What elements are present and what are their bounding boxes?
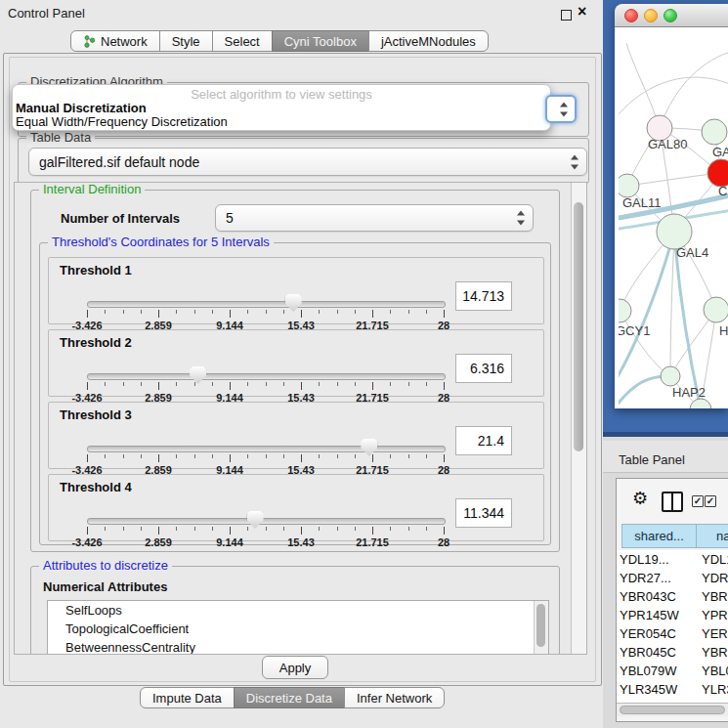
threshold-slider-3[interactable]: -3.4262.8599.14415.4321.71528: [87, 438, 445, 467]
slider-track: [87, 373, 446, 380]
checkbox-icon[interactable]: ✓: [705, 495, 716, 507]
network-canvas[interactable]: GAL80GACGAL11GAL4GCY1HHAP2: [615, 27, 728, 408]
slider-ticks: [87, 527, 444, 535]
panel-title: Control Panel: [8, 6, 85, 21]
cell-name: YBR0: [702, 645, 728, 660]
network-node-gal11[interactable]: [619, 174, 639, 197]
group-title: Table Data: [26, 131, 95, 145]
horizontal-scrollbar[interactable]: [617, 703, 728, 716]
slider-ticks: [87, 454, 444, 463]
table-data-combobox[interactable]: galFiltered.sif default node: [28, 148, 587, 176]
table-row[interactable]: YLR345WYLR3: [617, 680, 728, 699]
table-row[interactable]: YBL079WYBL0: [617, 662, 728, 680]
algorithm-combobox[interactable]: [545, 95, 577, 123]
network-node[interactable]: [690, 399, 711, 408]
network-node-hap2[interactable]: [661, 366, 680, 386]
list-item-betweennesscentrality[interactable]: BetweennessCentrality: [48, 638, 548, 655]
split-columns-icon[interactable]: [662, 492, 683, 512]
tab-network[interactable]: Network: [70, 30, 160, 52]
network-node-h[interactable]: [704, 297, 728, 322]
table-body: YDL19...YDL1YDR27...YDR2YBR043CYBR0YPR14…: [617, 550, 728, 703]
vertical-scrollbar-thumb[interactable]: [574, 202, 583, 451]
bottom-tab-bar: Impute DataDiscretize DataInfer Network: [140, 687, 445, 708]
tab-cyni-toolbox[interactable]: Cyni Toolbox: [272, 30, 369, 52]
attributes-scrollbar[interactable]: [534, 601, 548, 655]
popup-option-manual-discretization[interactable]: Manual Discretization: [16, 101, 147, 115]
threshold-value-field[interactable]: 21.4: [455, 426, 512, 455]
table-row[interactable]: YDL19...YDL1: [617, 550, 728, 569]
table-data-group: Table Data galFiltered.sif default node: [18, 138, 589, 184]
cell-shared-name: YER054C: [620, 626, 676, 641]
threshold-panel-1: Threshold 1-3.4262.8599.14415.4321.71528…: [48, 257, 544, 324]
tab-style[interactable]: Style: [159, 30, 213, 52]
slider-ticks: [87, 310, 444, 319]
cell-name: YDL1: [702, 552, 728, 567]
number-of-intervals-combobox[interactable]: 5: [215, 204, 534, 232]
node-label: C: [718, 184, 727, 198]
table-row[interactable]: YPR145WYPR1: [617, 606, 728, 624]
horizontal-scrollbar-thumb[interactable]: [620, 706, 725, 714]
tab-label: Discretize Data: [246, 691, 332, 706]
column-header-name[interactable]: na: [696, 524, 728, 548]
interval-definition-group: Interval Definition Number of Intervals …: [30, 190, 560, 552]
stepper-arrows-icon: [571, 154, 579, 169]
network-edge: [627, 173, 721, 186]
tab-label: Style: [172, 34, 200, 49]
threshold-label: Threshold 2: [60, 335, 132, 350]
tab-label: Select: [225, 34, 260, 49]
attributes-scrollbar-thumb[interactable]: [536, 604, 545, 647]
apply-button[interactable]: Apply: [262, 656, 328, 679]
table-row[interactable]: YER054CYER0: [617, 624, 728, 643]
threshold-label: Threshold 4: [60, 480, 132, 494]
checkbox-icon[interactable]: ✓: [692, 495, 704, 507]
tab-infer-network[interactable]: Infer Network: [344, 687, 445, 708]
close-traffic-light-icon[interactable]: [624, 9, 638, 22]
threshold-slider-4[interactable]: -3.4262.8599.14415.4321.71528: [87, 510, 445, 539]
network-node-ga[interactable]: [702, 119, 727, 145]
vertical-scrollbar[interactable]: [571, 183, 586, 654]
zoom-traffic-light-icon[interactable]: [664, 9, 677, 22]
slider-tick-labels: -3.4262.8599.14415.4321.71528: [87, 536, 444, 548]
stepper-arrows-icon: [560, 102, 569, 116]
table-toolbar: ⚙ ✓ ✓: [617, 479, 728, 524]
cell-name: YDR2: [702, 571, 728, 585]
cell-shared-name: YBR043C: [620, 589, 676, 604]
table-row[interactable]: YBR043CYBR0: [617, 587, 728, 606]
float-window-icon[interactable]: [561, 10, 572, 21]
popup-option-equal-width-frequency[interactable]: Equal Width/Frequency Discretization: [16, 114, 228, 129]
tab-label: Impute Data: [152, 691, 222, 706]
tab-impute-data[interactable]: Impute Data: [140, 687, 235, 708]
cell-shared-name: YPR145W: [620, 608, 679, 622]
cell-shared-name: YLR345W: [620, 682, 677, 697]
table-row[interactable]: YDR27...YDR2: [617, 569, 728, 587]
cell-shared-name: YDR27...: [620, 571, 671, 585]
threshold-slider-1[interactable]: -3.4262.8599.14415.4321.71528: [87, 293, 445, 322]
algorithm-dropdown-popup: Select algorithm to view settings Manual…: [12, 84, 551, 131]
threshold-value-field[interactable]: 11.344: [455, 498, 512, 528]
tab-select[interactable]: Select: [212, 30, 273, 52]
slider-track: [87, 518, 446, 525]
threshold-value-field[interactable]: 14.713: [455, 281, 512, 311]
network-view-window: GAL80GACGAL11GAL4GCY1HHAP2: [615, 4, 728, 408]
right-region: GAL80GACGAL11GAL4GCY1HHAP2 Table Panel ⚙…: [603, 0, 728, 728]
tab-discretize-data[interactable]: Discretize Data: [234, 687, 345, 708]
list-item-selfloops[interactable]: SelfLoops: [48, 601, 548, 620]
network-edge: [670, 232, 674, 376]
threshold-label: Threshold 1: [60, 263, 132, 278]
minimize-traffic-light-icon[interactable]: [644, 9, 658, 22]
network-node-gcy1[interactable]: [619, 299, 631, 322]
cell-name: YBR0: [702, 589, 728, 604]
threshold-panel-3: Threshold 3-3.4262.8599.14415.4321.71528…: [48, 402, 544, 469]
list-item-topologicalcoefficient[interactable]: TopologicalCoefficient: [48, 620, 548, 638]
close-panel-icon[interactable]: ×: [578, 3, 586, 21]
column-header-shared-name[interactable]: shared...: [621, 524, 697, 548]
tab-jactivemnodules[interactable]: jActiveMNodules: [368, 30, 489, 52]
table-row[interactable]: YBR045CYBR0: [617, 643, 728, 662]
threshold-slider-2[interactable]: -3.4262.8599.14415.4321.71528: [87, 365, 445, 395]
gear-icon[interactable]: ⚙: [632, 489, 648, 508]
node-label: GAL11: [622, 195, 662, 210]
threshold-value-field[interactable]: 6.316: [455, 354, 512, 383]
network-node-c[interactable]: [707, 159, 728, 187]
network-node-gal4[interactable]: [657, 214, 692, 249]
network-window-titlebar[interactable]: [615, 4, 728, 27]
